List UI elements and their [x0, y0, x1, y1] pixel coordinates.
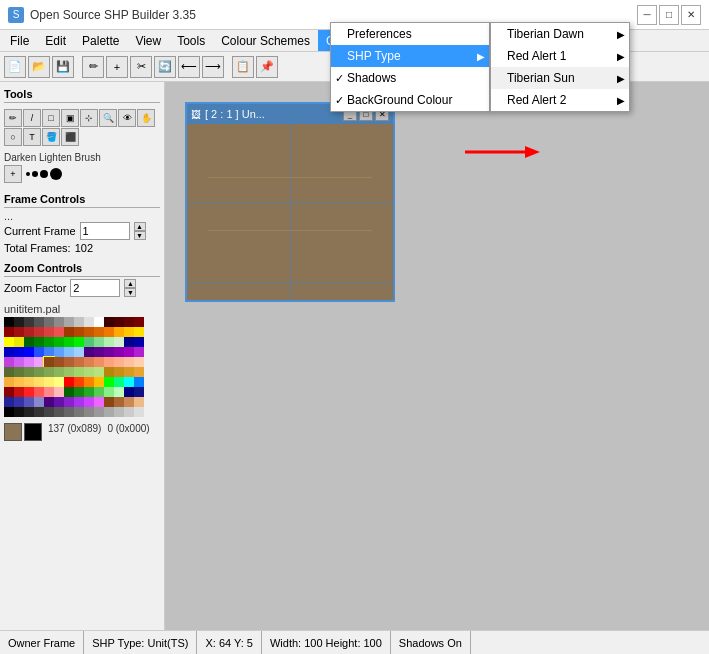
frame-spin-down[interactable]: ▼ [134, 231, 146, 240]
toolbar-open[interactable]: 📂 [28, 56, 50, 78]
palette-cell-66[interactable] [104, 357, 114, 367]
palette-cell-43[interactable] [14, 347, 24, 357]
palette-cell-113[interactable] [14, 397, 24, 407]
palette-cell-129[interactable] [34, 407, 44, 417]
submenu-tiberian-dawn[interactable]: Tiberian Dawn ▶ [491, 23, 629, 45]
palette-cell-92[interactable] [84, 377, 94, 387]
toolbar-btn6[interactable]: ⟶ [202, 56, 224, 78]
palette-cell-108[interactable] [104, 387, 114, 397]
palette-cell-103[interactable] [54, 387, 64, 397]
menu-edit[interactable]: Edit [37, 30, 74, 51]
palette-cell-13[interactable] [134, 317, 144, 327]
palette-cell-121[interactable] [94, 397, 104, 407]
palette-cell-40[interactable] [124, 337, 134, 347]
palette-cell-9[interactable] [94, 317, 104, 327]
palette-cell-49[interactable] [74, 347, 84, 357]
palette-cell-127[interactable] [14, 407, 24, 417]
palette-cell-3[interactable] [34, 317, 44, 327]
palette-cell-79[interactable] [94, 367, 104, 377]
palette-cell-14[interactable] [4, 327, 14, 337]
palette-cell-112[interactable] [4, 397, 14, 407]
palette-cell-19[interactable] [54, 327, 64, 337]
palette-cell-30[interactable] [24, 337, 34, 347]
palette-cell-21[interactable] [74, 327, 84, 337]
palette-cell-106[interactable] [84, 387, 94, 397]
palette-cell-117[interactable] [54, 397, 64, 407]
palette-cell-99[interactable] [14, 387, 24, 397]
palette-cell-87[interactable] [34, 377, 44, 387]
palette-cell-125[interactable] [134, 397, 144, 407]
palette-cell-64[interactable] [84, 357, 94, 367]
palette-cell-62[interactable] [64, 357, 74, 367]
palette-cell-123[interactable] [114, 397, 124, 407]
palette-cell-26[interactable] [124, 327, 134, 337]
close-button[interactable]: ✕ [681, 5, 701, 25]
primary-color-swatch[interactable] [4, 423, 22, 441]
palette-cell-32[interactable] [44, 337, 54, 347]
palette-cell-0[interactable] [4, 317, 14, 327]
tool-select[interactable]: ⊹ [80, 109, 98, 127]
palette-cell-111[interactable] [134, 387, 144, 397]
submenu-red-alert-1[interactable]: Red Alert 1 ▶ [491, 45, 629, 67]
palette-cell-105[interactable] [74, 387, 84, 397]
zoom-factor-input[interactable]: 2 [70, 279, 120, 297]
palette-cell-109[interactable] [114, 387, 124, 397]
palette-cell-59[interactable] [34, 357, 44, 367]
toolbar-btn3[interactable]: ✂ [130, 56, 152, 78]
tool-bucket[interactable]: 🪣 [42, 128, 60, 146]
palette-cell-91[interactable] [74, 377, 84, 387]
submenu-tiberian-sun[interactable]: Tiberian Sun ▶ [491, 67, 629, 89]
palette-cell-76[interactable] [64, 367, 74, 377]
palette-cell-98[interactable] [4, 387, 14, 397]
palette-cell-4[interactable] [44, 317, 54, 327]
dropdown-shadows[interactable]: ✓ Shadows [331, 67, 489, 89]
menu-colour-schemes[interactable]: Colour Schemes [213, 30, 318, 51]
palette-cell-70[interactable] [4, 367, 14, 377]
palette-cell-67[interactable] [114, 357, 124, 367]
palette-cell-55[interactable] [134, 347, 144, 357]
palette-cell-128[interactable] [24, 407, 34, 417]
palette-cell-86[interactable] [24, 377, 34, 387]
zoom-spin-up[interactable]: ▲ [124, 279, 136, 288]
palette-cell-81[interactable] [114, 367, 124, 377]
frame-spin-up[interactable]: ▲ [134, 222, 146, 231]
brush-add[interactable]: + [4, 165, 22, 183]
palette-cell-44[interactable] [24, 347, 34, 357]
palette-cell-101[interactable] [34, 387, 44, 397]
palette-cell-73[interactable] [34, 367, 44, 377]
toolbar-save[interactable]: 💾 [52, 56, 74, 78]
palette-cell-134[interactable] [84, 407, 94, 417]
palette-cell-90[interactable] [64, 377, 74, 387]
palette-cell-100[interactable] [24, 387, 34, 397]
maximize-button[interactable]: □ [659, 5, 679, 25]
palette-cell-1[interactable] [14, 317, 24, 327]
dropdown-shp-type[interactable]: SHP Type ▶ [331, 45, 489, 67]
palette-cell-23[interactable] [94, 327, 104, 337]
tool-hand[interactable]: ✋ [137, 109, 155, 127]
tool-circle[interactable]: ○ [4, 128, 22, 146]
palette-cell-57[interactable] [14, 357, 24, 367]
palette-cell-115[interactable] [34, 397, 44, 407]
palette-cell-116[interactable] [44, 397, 54, 407]
toolbar-btn4[interactable]: 🔄 [154, 56, 176, 78]
palette-cell-74[interactable] [44, 367, 54, 377]
palette-cell-65[interactable] [94, 357, 104, 367]
palette-cell-118[interactable] [64, 397, 74, 407]
toolbar-btn2[interactable]: + [106, 56, 128, 78]
palette-cell-130[interactable] [44, 407, 54, 417]
palette-cell-22[interactable] [84, 327, 94, 337]
palette-cell-6[interactable] [64, 317, 74, 327]
palette-cell-63[interactable] [74, 357, 84, 367]
palette-cell-83[interactable] [134, 367, 144, 377]
palette-cell-41[interactable] [134, 337, 144, 347]
palette-cell-60[interactable] [44, 357, 54, 367]
toolbar-copy[interactable]: 📋 [232, 56, 254, 78]
palette-cell-36[interactable] [84, 337, 94, 347]
toolbar-btn1[interactable]: ✏ [82, 56, 104, 78]
menu-tools[interactable]: Tools [169, 30, 213, 51]
palette-cell-37[interactable] [94, 337, 104, 347]
secondary-color-swatch[interactable] [24, 423, 42, 441]
palette-cell-110[interactable] [124, 387, 134, 397]
palette-cell-72[interactable] [24, 367, 34, 377]
palette-cell-47[interactable] [54, 347, 64, 357]
